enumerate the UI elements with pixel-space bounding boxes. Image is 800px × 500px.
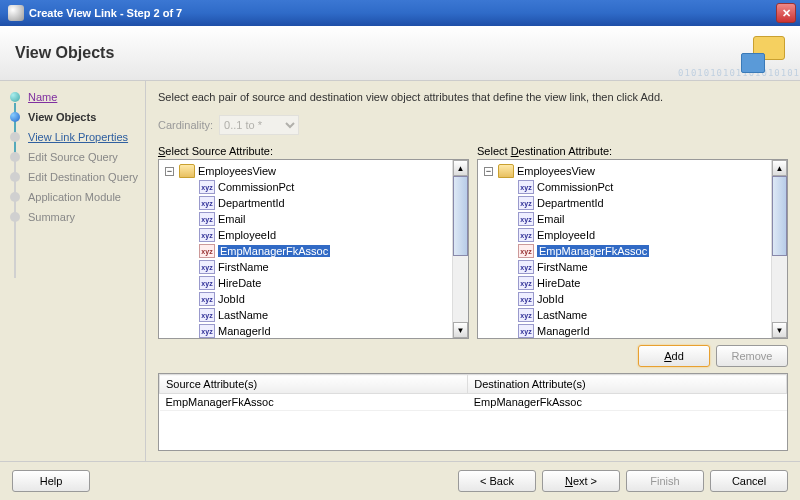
dest-attribute-label: Select Destination Attribute:	[477, 145, 788, 157]
tree-item[interactable]: xyzManagerId	[480, 323, 769, 339]
cancel-button[interactable]: Cancel	[710, 470, 788, 492]
attribute-icon: xyz	[199, 276, 215, 290]
scrollbar[interactable]: ▲ ▼	[452, 160, 468, 338]
tree-item[interactable]: xyzEmployeeId	[161, 227, 450, 243]
attribute-icon: xyz	[518, 292, 534, 306]
attribute-icon: xyz	[199, 324, 215, 338]
tree-item[interactable]: xyzEmail	[161, 211, 450, 227]
add-button[interactable]: Add	[638, 345, 710, 367]
tree-root[interactable]: −EmployeesView	[161, 163, 450, 179]
attribute-icon: xyz	[199, 228, 215, 242]
attribute-icon: xyz	[199, 196, 215, 210]
tree-item[interactable]: xyzEmployeeId	[480, 227, 769, 243]
header-graphic-icon	[730, 31, 790, 76]
attribute-icon: xyz	[518, 228, 534, 242]
col-source[interactable]: Source Attribute(s)	[160, 375, 468, 394]
folder-icon	[179, 164, 195, 178]
attribute-icon: xyz	[518, 308, 534, 322]
source-attribute-label: Select Source Attribute:	[158, 145, 469, 157]
instruction-text: Select each pair of source and destinati…	[158, 91, 788, 103]
title-bar: Create View Link - Step 2 of 7 ✕	[0, 0, 800, 26]
attribute-icon: xyz	[518, 180, 534, 194]
wizard-step-2[interactable]: View Link Properties	[10, 131, 140, 143]
tree-item[interactable]: xyzCommissionPct	[161, 179, 450, 195]
tree-item[interactable]: xyzFirstName	[161, 259, 450, 275]
attribute-icon: xyz	[518, 212, 534, 226]
wizard-step-5: Application Module	[10, 191, 140, 203]
tree-item[interactable]: xyzJobId	[480, 291, 769, 307]
finish-button[interactable]: Finish	[626, 470, 704, 492]
attribute-icon: xyz	[518, 276, 534, 290]
tree-item[interactable]: xyzManagerId	[161, 323, 450, 339]
tree-item[interactable]: xyzHireDate	[480, 275, 769, 291]
folder-icon	[498, 164, 514, 178]
wizard-step-0[interactable]: Name	[10, 91, 140, 103]
wizard-header: View Objects 0101010101101010101	[0, 26, 800, 81]
attribute-icon: xyz	[199, 292, 215, 306]
wizard-step-4: Edit Destination Query	[10, 171, 140, 183]
content-pane: Select each pair of source and destinati…	[145, 81, 800, 461]
fk-icon: xyz	[199, 244, 215, 258]
tree-item[interactable]: xyzHireDate	[161, 275, 450, 291]
wizard-step-1[interactable]: View Objects	[10, 111, 140, 123]
next-button[interactable]: Next >	[542, 470, 620, 492]
window-title: Create View Link - Step 2 of 7	[29, 7, 776, 19]
scrollbar[interactable]: ▲ ▼	[771, 160, 787, 338]
cardinality-select[interactable]: 0..1 to *	[219, 115, 299, 135]
tree-item[interactable]: xyzDepartmentId	[480, 195, 769, 211]
wizard-step-6: Summary	[10, 211, 140, 223]
source-attribute-tree[interactable]: −EmployeesViewxyzCommissionPctxyzDepartm…	[158, 159, 469, 339]
fk-icon: xyz	[518, 244, 534, 258]
scroll-thumb[interactable]	[772, 176, 787, 256]
scroll-thumb[interactable]	[453, 176, 468, 256]
tree-item[interactable]: xyzJobId	[161, 291, 450, 307]
scroll-up-icon[interactable]: ▲	[772, 160, 787, 176]
remove-button[interactable]: Remove	[716, 345, 788, 367]
tree-item[interactable]: xyzLastName	[161, 307, 450, 323]
wizard-steps-sidebar: NameView ObjectsView Link PropertiesEdit…	[0, 81, 145, 461]
attribute-icon: xyz	[518, 324, 534, 338]
tree-item[interactable]: xyzEmpManagerFkAssoc	[161, 243, 450, 259]
attribute-icon: xyz	[199, 260, 215, 274]
close-button[interactable]: ✕	[776, 3, 796, 23]
attribute-icon: xyz	[199, 212, 215, 226]
scroll-down-icon[interactable]: ▼	[453, 322, 468, 338]
attribute-icon: xyz	[199, 308, 215, 322]
attribute-icon: xyz	[518, 196, 534, 210]
back-button[interactable]: < Back	[458, 470, 536, 492]
app-icon	[8, 5, 24, 21]
tree-item[interactable]: xyzDepartmentId	[161, 195, 450, 211]
tree-root[interactable]: −EmployeesView	[480, 163, 769, 179]
col-dest[interactable]: Destination Attribute(s)	[468, 375, 787, 394]
tree-item[interactable]: xyzCommissionPct	[480, 179, 769, 195]
attribute-icon: xyz	[518, 260, 534, 274]
wizard-footer: Help < Back Next > Finish Cancel	[0, 461, 800, 499]
attribute-icon: xyz	[199, 180, 215, 194]
scroll-up-icon[interactable]: ▲	[453, 160, 468, 176]
table-row[interactable]: EmpManagerFkAssocEmpManagerFkAssoc	[160, 394, 787, 411]
page-title: View Objects	[15, 44, 114, 62]
wizard-step-3: Edit Source Query	[10, 151, 140, 163]
scroll-down-icon[interactable]: ▼	[772, 322, 787, 338]
tree-item[interactable]: xyzFirstName	[480, 259, 769, 275]
attribute-pairs-table[interactable]: Source Attribute(s) Destination Attribut…	[158, 373, 788, 451]
help-button[interactable]: Help	[12, 470, 90, 492]
dest-attribute-tree[interactable]: −EmployeesViewxyzCommissionPctxyzDepartm…	[477, 159, 788, 339]
cardinality-label: Cardinality:	[158, 119, 213, 131]
tree-item[interactable]: xyzLastName	[480, 307, 769, 323]
tree-item[interactable]: xyzEmail	[480, 211, 769, 227]
cardinality-row: Cardinality: 0..1 to *	[158, 115, 788, 135]
tree-item[interactable]: xyzEmpManagerFkAssoc	[480, 243, 769, 259]
